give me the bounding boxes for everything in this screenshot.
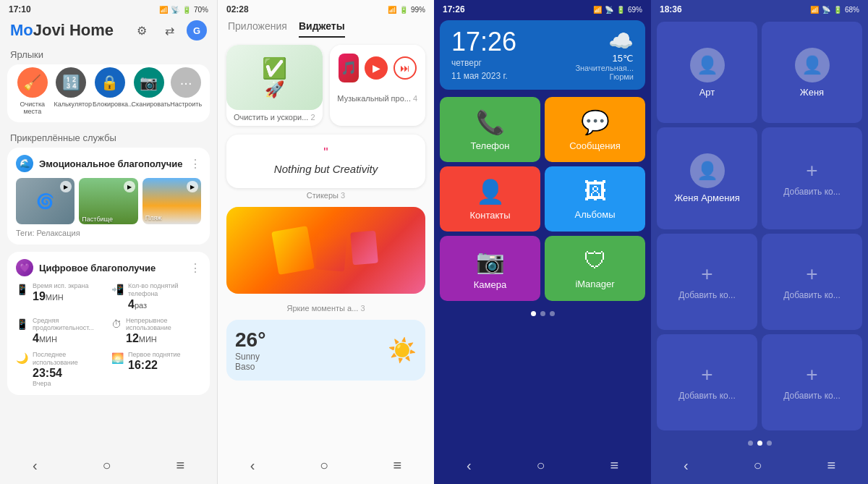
shortcut-lock[interactable]: 🔒 Блокировка...	[93, 67, 127, 115]
contact-art-label: Арт	[699, 87, 715, 98]
media-pasture[interactable]: Пастбище ▶	[79, 178, 137, 224]
clock-date: 11 мая 2023 г.	[451, 71, 516, 81]
pickup-icon: 📲	[111, 284, 124, 295]
status-bar-4: 18:36 📶 📡 🔋 68%	[651, 0, 868, 17]
page-dots-4	[651, 435, 868, 449]
play-beach[interactable]: ▶	[187, 181, 198, 192]
battery4-icon: 🔋	[833, 6, 842, 14]
emotional-icon: 🌊	[16, 155, 33, 172]
tile-albums[interactable]: 🖼 Альбомы	[545, 166, 645, 232]
add-contact-tile-1[interactable]: + Добавить ко...	[762, 127, 862, 229]
media-beach[interactable]: Пляж ▶	[142, 178, 201, 224]
status-bar-2: 02:28 📶 🔋 99%	[218, 0, 434, 16]
last-use-label: Последнее использование	[33, 351, 106, 367]
recents-button-3[interactable]: ≡	[598, 454, 630, 477]
battery-level: 70%	[194, 6, 208, 14]
recents-button-4[interactable]: ≡	[815, 454, 847, 477]
battery3-icon: 🔋	[616, 6, 625, 14]
shortcut-clean[interactable]: 🧹 Очистка места	[15, 67, 50, 115]
moments-shape-3	[350, 230, 378, 265]
music-controls: ▶ ⏭	[365, 56, 417, 80]
widgets-scroll[interactable]: ✅ 🚀 Очистить и ускори... 2 🎵 ▶ ⏭ Музыкал…	[218, 38, 434, 449]
add-contact-tile-3[interactable]: + Добавить ко...	[762, 234, 862, 330]
music-next-btn[interactable]: ⏭	[393, 56, 417, 80]
stat-screen-time: 📱 Время исп. экрана 19МИН	[16, 282, 106, 311]
signal-icon: 📶	[159, 6, 168, 14]
digital-more-btn[interactable]: ⋮	[190, 261, 201, 275]
contact-tile-zhenya[interactable]: 👤 Женя	[762, 22, 862, 123]
tile-camera[interactable]: 📷 Камера	[440, 236, 540, 301]
widget-music[interactable]: 🎵 ▶ ⏭ Музыкальный про... 4	[330, 45, 426, 126]
digital-title-row: 💜 Цифровое благополучие	[16, 259, 156, 276]
play-pasture[interactable]: ▶	[124, 181, 135, 192]
shortcut-calc[interactable]: 🔢 Калькулятор	[54, 67, 88, 115]
back-button-1[interactable]: ‹	[21, 454, 49, 477]
shortcuts-bar: 🧹 Очистка места 🔢 Калькулятор 🔒 Блокиров…	[7, 64, 210, 122]
add-icon-2: +	[701, 263, 712, 286]
nav-bar-3: ‹ ○ ≡	[434, 449, 651, 484]
recents-button-1[interactable]: ≡	[164, 454, 196, 477]
last-use-icon: 🌙	[16, 352, 28, 364]
shortcut-configure[interactable]: ··· Настроить	[170, 67, 202, 115]
status-time-3: 17:26	[443, 4, 465, 14]
dot-3-2	[540, 311, 545, 316]
tab-widgets[interactable]: Виджеты	[299, 20, 345, 38]
dot-4-3	[767, 441, 772, 446]
shield-check-icon: ✅	[262, 56, 287, 80]
widget-moments[interactable]	[226, 207, 425, 294]
widget-weather[interactable]: 26° Sunny Baso ☀️	[226, 320, 425, 381]
pinned-label: Прикреплённые службы	[0, 130, 217, 148]
home-button-1[interactable]: ○	[90, 454, 122, 477]
home-button-2[interactable]: ○	[308, 454, 340, 477]
lock-label: Блокировка...	[93, 101, 127, 108]
add-contact-tile-4[interactable]: + Добавить ко...	[657, 334, 757, 430]
page-dots-3	[434, 305, 651, 319]
settings-icon[interactable]: ⚙	[132, 20, 152, 41]
widget-cleaner[interactable]: ✅ 🚀 Очистить и ускори... 2	[226, 45, 323, 126]
last-use-day: Вчера	[33, 380, 106, 388]
back-button-3[interactable]: ‹	[455, 454, 483, 477]
tile-imanager[interactable]: 🛡 iManager	[545, 236, 645, 301]
swap-icon[interactable]: ⇄	[159, 20, 179, 41]
status-time-1: 17:10	[9, 4, 31, 14]
shortcut-scan[interactable]: 📷 Сканировать	[132, 67, 166, 115]
back-button-4[interactable]: ‹	[672, 454, 700, 477]
tile-messages[interactable]: 💬 Сообщения	[545, 97, 645, 162]
first-pickup-value: 16:22	[128, 359, 181, 372]
digital-stats-grid: 📱 Время исп. экрана 19МИН 📲 Кол-во подня…	[16, 282, 201, 388]
google-icon[interactable]: G	[187, 20, 207, 41]
music-label: Музыкальный про... 4	[330, 91, 426, 107]
configure-label: Настроить	[170, 101, 202, 108]
add-contact-tile-2[interactable]: + Добавить ко...	[657, 234, 757, 330]
sticker-text: Nothing but Creativity	[274, 162, 378, 177]
battery4-level: 68%	[845, 6, 859, 14]
signal4-icon: 📶	[810, 6, 819, 14]
contact-tile-zhenya-armenia[interactable]: 👤 Женя Армения	[657, 127, 757, 229]
wifi4-icon: 📡	[822, 6, 830, 14]
widget-sticker[interactable]: " Nothing but Creativity	[226, 135, 425, 188]
tile-contacts[interactable]: 👤 Контакты	[440, 166, 540, 232]
weather-condition: Sunny	[235, 352, 265, 362]
home-button-4[interactable]: ○	[741, 454, 773, 477]
recents-button-2[interactable]: ≡	[382, 454, 414, 477]
add-icon-5: +	[806, 363, 817, 386]
music-play-btn[interactable]: ▶	[365, 56, 388, 80]
weather-temp-display: 26°	[235, 328, 265, 352]
cleaner-content: ✅ 🚀	[262, 56, 287, 99]
tile-phone[interactable]: 📞 Телефон	[440, 97, 540, 162]
wifi3-icon: 📡	[605, 6, 613, 14]
dot-3-1	[531, 311, 536, 316]
panel-widgets: 02:28 📶 🔋 99% Приложения Виджеты ✅ 🚀 Очи…	[217, 0, 434, 484]
add-icon-3: +	[806, 263, 817, 286]
back-button-2[interactable]: ‹	[239, 454, 267, 477]
contact-tile-art[interactable]: 👤 Арт	[657, 22, 757, 123]
beach-label: Пляж	[145, 210, 162, 223]
scan-label: Сканировать	[132, 101, 166, 108]
home-button-3[interactable]: ○	[524, 454, 556, 477]
status-icons-3: 📶 📡 🔋 69%	[593, 6, 642, 14]
emotional-more-btn[interactable]: ⋮	[190, 157, 201, 171]
quote-icon: "	[323, 146, 328, 159]
media-wind[interactable]: 🌀 ▶	[16, 178, 75, 224]
tab-apps[interactable]: Приложения	[228, 20, 287, 38]
add-contact-tile-5[interactable]: + Добавить ко...	[762, 334, 862, 430]
